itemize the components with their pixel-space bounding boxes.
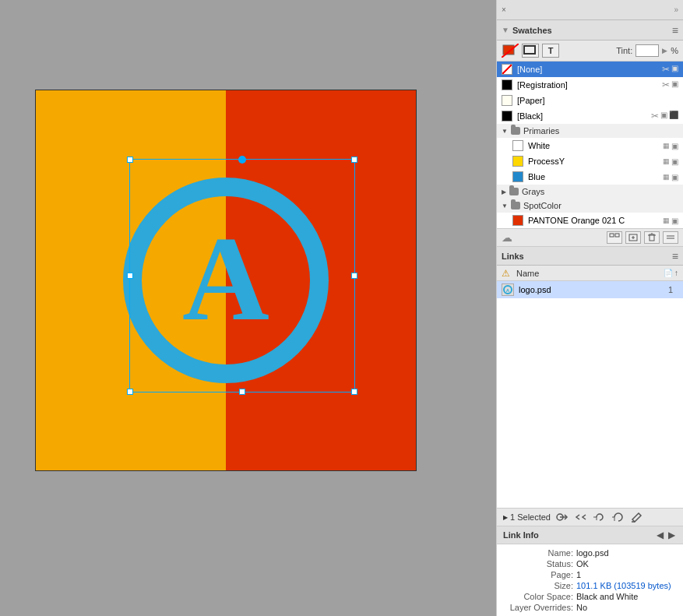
link-info-status-value: OK	[573, 559, 677, 568]
white-grid-icon: ▦	[663, 142, 670, 150]
refresh-button[interactable]	[611, 511, 625, 523]
canvas-area: A	[0, 0, 496, 616]
warning-column-icon: ⚠	[502, 268, 510, 279]
white-pattern-icon: ▣	[671, 142, 678, 150]
group-grays-triangle: ▶	[502, 188, 506, 195]
group-primaries-triangle: ▼	[502, 128, 508, 135]
swatch-paper[interactable]: [Paper]	[497, 93, 683, 108]
edit-original-button[interactable]	[630, 511, 644, 523]
new-color-group-button[interactable]	[607, 231, 622, 244]
none-swatch-color	[502, 64, 512, 75]
swatch-white-icons: ▦ ▣	[663, 142, 678, 150]
svg-rect-5	[610, 234, 614, 237]
tint-input[interactable]	[635, 44, 659, 57]
text-mode-label: T	[548, 46, 554, 55]
pantone-pattern-icon: ▣	[671, 216, 678, 225]
swatch-black[interactable]: [Black] ✂ ▣ ⬛	[497, 108, 683, 124]
cloud-icon[interactable]: ☁	[502, 231, 512, 244]
swatch-registration[interactable]: [Registration] ✂ ▣	[497, 77, 683, 93]
new-swatch-button[interactable]	[625, 231, 641, 244]
link-page-logo-psd: 1	[663, 285, 678, 294]
swatch-pantone-icons: ▦ ▣	[663, 216, 678, 225]
blue-pattern-icon: ▣	[671, 173, 678, 181]
panel-header-left: ×	[502, 5, 506, 14]
black-extra-icon: ▣	[660, 111, 667, 121]
text-mode-button[interactable]: T	[542, 44, 559, 58]
processy-pattern-icon: ▣	[671, 157, 678, 166]
group-primaries[interactable]: ▼ Primaries	[497, 124, 683, 138]
link-info-size-value: 101.1 KB (103519 bytes)	[573, 581, 677, 590]
white-swatch-color	[512, 140, 523, 151]
black-scissors-icon: ✂	[651, 111, 659, 121]
link-info-colorspace-label: Color Space:	[503, 592, 573, 601]
link-info-page-row: Page: 1	[503, 569, 677, 580]
swatch-blue-label: Blue	[528, 172, 658, 181]
links-menu-icon[interactable]: ≡	[672, 250, 678, 262]
close-icon[interactable]: ×	[502, 5, 506, 14]
links-column-headers: ⚠ Name 📄 ↑	[497, 266, 683, 281]
link-info-colorspace-row: Color Space: Black and White	[503, 591, 677, 602]
swatches-menu-icon[interactable]: ≡	[672, 24, 678, 37]
swatch-blue-icons: ▦ ▣	[663, 173, 678, 181]
swatch-pantone-orange[interactable]: PANTONE Orange 021 C ▦ ▣	[497, 213, 683, 228]
tint-arrow-icon[interactable]: ▶	[662, 47, 667, 55]
swatches-header-left: ▼ Swatches	[502, 26, 552, 35]
swatches-bottom-toolbar: ☁	[497, 229, 683, 247]
right-panel: × » ▼ Swatches ≡	[496, 0, 683, 616]
link-info-prev-icon[interactable]: ◀	[655, 530, 665, 540]
swatch-black-label: [Black]	[517, 111, 646, 121]
group-spotcolor[interactable]: ▼ SpotColor	[497, 199, 683, 213]
swatch-reg-icons: ✂ ▣	[662, 79, 678, 90]
link-row-logo-psd[interactable]: A logo.psd 1	[497, 281, 683, 298]
canvas-document: A	[35, 90, 417, 471]
go-to-link-button[interactable]	[574, 511, 588, 523]
link-info-next-icon[interactable]: ▶	[667, 530, 677, 540]
swatch-none[interactable]: [None] ✂ ▣	[497, 62, 683, 77]
svg-rect-4	[524, 46, 535, 54]
swatch-options-button[interactable]	[663, 231, 678, 244]
links-page-column-area: 📄 ↑	[664, 269, 678, 277]
link-info-status-label: Status:	[503, 559, 573, 568]
links-name-column[interactable]: Name	[516, 269, 660, 278]
group-primaries-label: Primaries	[523, 126, 559, 136]
none-extra-icon: ▣	[671, 64, 678, 75]
group-grays[interactable]: ▶ Grays	[497, 185, 683, 199]
swatches-expand-icon[interactable]: ▼	[502, 26, 509, 34]
group-grays-label: Grays	[522, 187, 544, 196]
update-link-button[interactable]	[593, 511, 607, 523]
reg-scissors-icon: ✂	[662, 79, 670, 90]
links-sort-icon[interactable]: ↑	[674, 269, 678, 277]
links-file-icon[interactable]: 📄	[664, 269, 673, 277]
relink-button[interactable]	[555, 511, 569, 523]
stroke-mode-button[interactable]	[522, 44, 539, 58]
fill-mode-button[interactable]	[502, 44, 519, 58]
link-info-title: Link Info	[503, 530, 539, 540]
link-info-size-row: Size: 101.1 KB (103519 bytes)	[503, 580, 677, 591]
swatch-blue[interactable]: Blue ▦ ▣	[497, 169, 683, 185]
collapse-icon[interactable]: »	[674, 5, 678, 14]
swatch-white-label: White	[528, 141, 658, 150]
link-info-name-row: Name: logo.psd	[503, 547, 677, 558]
pantone-grid-icon: ▦	[663, 216, 670, 225]
swatch-list: [None] ✂ ▣ [Registration] ✂ ▣ [Paper]	[497, 62, 683, 229]
swatch-black-icons: ✂ ▣ ⬛	[651, 111, 678, 121]
sel-triangle-icon: ▶	[503, 514, 508, 521]
link-info-page-value: 1	[573, 570, 677, 579]
folder-spotcolor-icon	[511, 202, 520, 209]
blue-swatch-color	[512, 171, 523, 182]
link-info-layer-value: No	[573, 603, 677, 612]
links-title: Links	[502, 252, 524, 261]
panel-header: × »	[497, 0, 683, 20]
swatches-title: Swatches	[512, 26, 552, 35]
scissors-icon: ✂	[662, 64, 670, 75]
link-info-panel: Link Info ◀ ▶ Name: logo.psd Status: OK …	[497, 526, 683, 616]
tint-percent: %	[671, 46, 678, 55]
svg-text:A: A	[506, 288, 510, 293]
tint-label: Tint:	[616, 46, 632, 55]
logo-graphic: A	[117, 171, 335, 389]
swatch-processy[interactable]: ProcessY ▦ ▣	[497, 153, 683, 169]
swatch-white[interactable]: White ▦ ▣	[497, 138, 683, 153]
reg-swatch-color	[502, 79, 512, 90]
delete-swatch-button[interactable]	[644, 231, 660, 244]
link-info-colorspace-value: Black and White	[573, 592, 677, 601]
